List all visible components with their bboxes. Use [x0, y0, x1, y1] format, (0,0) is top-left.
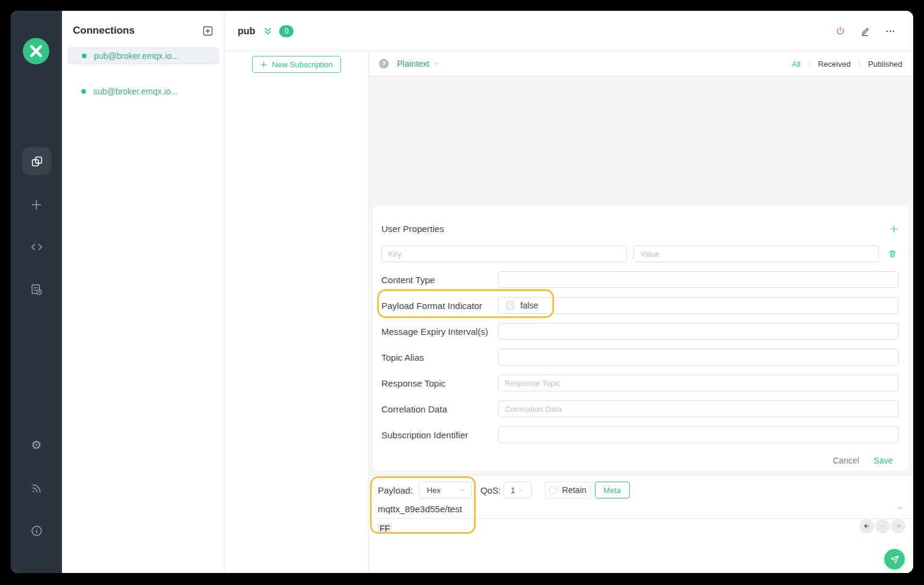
payload-format-indicator-value: false — [520, 301, 538, 310]
response-topic-row: Response Topic — [381, 375, 899, 391]
payload-value[interactable]: FF — [378, 523, 392, 534]
topic-input[interactable]: mqttx_89e3d55e/test — [378, 504, 913, 514]
response-topic-input[interactable] — [498, 375, 899, 391]
connection-item-pub[interactable]: pub@broker.emqx.io... — [68, 47, 218, 64]
user-properties-title: User Properties — [381, 224, 444, 234]
nav-settings[interactable]: ⚙ — [11, 439, 62, 451]
qos-select[interactable]: 1 — [504, 482, 532, 498]
tab-received[interactable]: Received — [810, 60, 859, 69]
send-button[interactable] — [884, 549, 905, 569]
chevron-down-icon — [517, 487, 524, 494]
arrow-left-icon — [863, 522, 871, 530]
nav-new-connection[interactable] — [11, 198, 62, 212]
payload-format-indicator-row: Payload Format Indicator false — [381, 297, 899, 314]
qos-label: QoS: — [480, 485, 500, 495]
subscription-identifier-input[interactable] — [498, 426, 899, 443]
minus-icon — [878, 522, 887, 530]
topic-alias-label: Topic Alias — [381, 352, 498, 363]
connection-item-sub[interactable]: sub@broker.emqx.io... — [68, 77, 218, 106]
collapse-editor-button[interactable] — [895, 504, 905, 512]
delete-user-property-button[interactable] — [886, 249, 899, 259]
cancel-button[interactable]: Cancel — [833, 456, 859, 465]
history-index-button[interactable] — [875, 519, 890, 533]
mqttx-logo-icon[interactable] — [23, 38, 49, 64]
tab-published[interactable]: Published — [860, 60, 904, 69]
subscriptions-panel: New Subscription — [224, 52, 369, 573]
payload-format-indicator-label: Payload Format Indicator — [381, 301, 498, 311]
connected-status-dot — [81, 89, 86, 94]
retain-label: Retain — [562, 485, 586, 495]
payload-format-indicator-checkbox[interactable] — [506, 301, 514, 310]
trash-icon — [888, 249, 897, 259]
correlation-data-input[interactable] — [498, 400, 899, 417]
paper-plane-icon — [890, 554, 900, 565]
message-filter-tabs: All Received Published — [783, 60, 904, 69]
nav-log[interactable] — [11, 283, 62, 296]
edit-connection-button[interactable] — [860, 26, 870, 37]
pencil-icon — [860, 26, 870, 37]
help-icon[interactable]: ? — [379, 59, 389, 69]
new-subscription-label: New Subscription — [272, 60, 333, 69]
retain-radio[interactable] — [549, 486, 557, 494]
connections-icon — [30, 155, 44, 168]
more-options-button[interactable] — [884, 26, 896, 37]
payload-format-indicator-field: false — [498, 297, 899, 314]
app-window: ⚙ Connections pub@broker.emqx.io... — [11, 11, 913, 573]
topic-alias-row: Topic Alias — [381, 349, 899, 366]
add-connection-button[interactable] — [201, 24, 214, 37]
payload-format-value: Hex — [427, 486, 440, 495]
message-expiry-label: Message Expiry Interval(s) — [381, 326, 498, 337]
rss-icon — [30, 482, 43, 495]
message-expiry-input[interactable] — [498, 323, 899, 340]
history-prev-button[interactable] — [860, 519, 874, 533]
plus-icon — [889, 224, 899, 234]
connected-status-dot — [82, 54, 87, 58]
settings-icon: ⚙ — [31, 439, 42, 451]
history-next-button[interactable] — [891, 519, 905, 533]
meta-button[interactable]: Meta — [595, 482, 630, 498]
plus-square-icon — [202, 25, 214, 37]
payload-codec-select[interactable]: Plaintext — [397, 59, 440, 69]
payload-editor[interactable]: FF — [369, 519, 913, 533]
connections-panel: Connections pub@broker.emqx.io... sub@br… — [62, 11, 224, 573]
user-property-key-input[interactable] — [381, 245, 627, 262]
new-subscription-button[interactable]: New Subscription — [252, 56, 341, 73]
nav-updates[interactable] — [11, 482, 62, 495]
connection-title: pub — [238, 26, 255, 37]
connection-header: pub 0 — [224, 11, 913, 52]
connection-name: pub@broker.emqx.io... — [94, 51, 179, 61]
message-expiry-row: Message Expiry Interval(s) — [381, 323, 899, 340]
topic-alias-input[interactable] — [498, 349, 899, 366]
code-icon — [29, 240, 44, 254]
payload-format-select[interactable]: Hex — [419, 482, 472, 498]
nav-sidebar: ⚙ — [11, 11, 62, 573]
messages-header: ? Plaintext All Received Published — [369, 52, 913, 76]
publish-panel: Payload: Hex QoS: 1 Retain — [369, 475, 913, 573]
double-chevron-down-icon[interactable] — [262, 26, 273, 37]
tab-all[interactable]: All — [783, 60, 808, 69]
subscription-identifier-label: Subscription Identifier — [381, 430, 498, 440]
messages-area: ? Plaintext All Received Published User … — [369, 52, 913, 573]
arrow-right-icon — [894, 522, 902, 530]
plus-icon — [29, 198, 43, 212]
message-count-badge: 0 — [279, 25, 294, 37]
add-user-property-button[interactable] — [889, 224, 899, 234]
qos-value: 1 — [511, 486, 515, 495]
save-button[interactable]: Save — [873, 456, 893, 465]
meta-form-card: User Properties Content Type — [373, 206, 908, 471]
response-topic-label: Response Topic — [381, 378, 498, 388]
chevron-down-icon — [895, 504, 905, 512]
nav-about[interactable] — [11, 524, 62, 538]
chevron-down-icon — [433, 60, 440, 67]
nav-script[interactable] — [11, 240, 62, 254]
content-type-input[interactable] — [498, 271, 899, 288]
user-property-row — [381, 245, 899, 262]
info-icon — [30, 524, 43, 538]
user-property-value-input[interactable] — [633, 245, 879, 262]
history-pager — [860, 519, 905, 533]
disconnect-button[interactable] — [835, 26, 846, 37]
power-icon — [835, 26, 846, 37]
codec-label: Plaintext — [397, 59, 430, 69]
nav-connections-active[interactable] — [22, 147, 51, 175]
retain-toggle: Retain — [545, 482, 591, 498]
